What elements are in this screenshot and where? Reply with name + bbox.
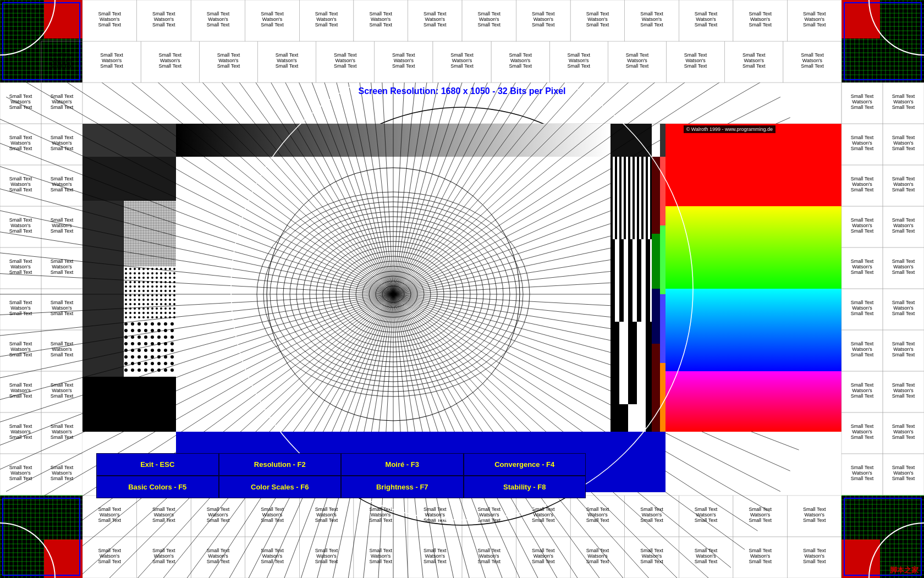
- stability-button[interactable]: Stability - F8: [464, 476, 586, 498]
- resolution-button[interactable]: Resolution - F2: [219, 453, 342, 476]
- resolution-text: Screen Resolution: 1680 x 1050 - 32 Bits…: [0, 86, 924, 96]
- color-scales-button[interactable]: Color Scales - F6: [219, 476, 342, 498]
- convergence-button[interactable]: Convergence - F4: [464, 453, 586, 476]
- exit-button[interactable]: Exit - ESC: [96, 453, 219, 476]
- moire-button[interactable]: Moiré - F3: [341, 453, 464, 476]
- nav-buttons-container: Exit - ESC Resolution - F2 Moiré - F3 Co…: [96, 453, 586, 498]
- basic-colors-button[interactable]: Basic Colors - F5: [96, 476, 219, 498]
- scripta-watermark: 脚本之家: [890, 565, 919, 575]
- watermark-text: © Walroth 1999 - www.programming.de: [684, 125, 776, 133]
- brightness-button[interactable]: Brightness - F7: [341, 476, 464, 498]
- nav-grid: Exit - ESC Resolution - F2 Moiré - F3 Co…: [96, 453, 586, 498]
